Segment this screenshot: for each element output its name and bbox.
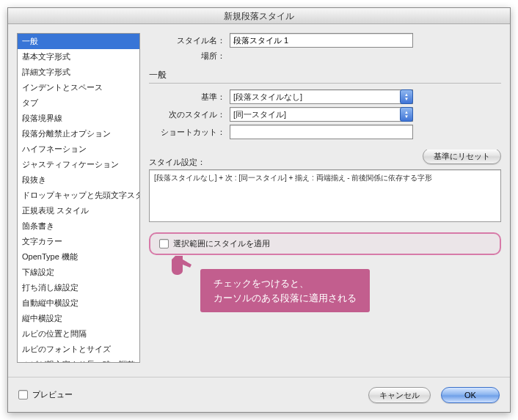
divider (149, 83, 501, 84)
sidebar-item[interactable]: 下線設定 (18, 265, 139, 280)
sidebar-item[interactable]: タブ (18, 95, 139, 111)
preview-checkbox[interactable] (18, 390, 28, 399)
sidebar-item[interactable]: インデントとスペース (18, 80, 139, 95)
sidebar-item[interactable]: 文字カラー (18, 234, 139, 249)
sidebar-item[interactable]: 詳細文字形式 (18, 65, 139, 80)
reset-to-base-button[interactable]: 基準にリセット (423, 150, 501, 164)
apply-to-selection-checkbox[interactable] (159, 239, 169, 248)
sidebar-item[interactable]: 打ち消し線設定 (18, 280, 139, 295)
category-sidebar[interactable]: 一般基本文字形式詳細文字形式インデントとスペースタブ段落境界線段落分離禁止オプシ… (17, 33, 140, 363)
sidebar-item[interactable]: ルビの位置と間隔 (18, 326, 139, 342)
sidebar-item[interactable]: 段抜き (18, 172, 139, 188)
cancel-button[interactable]: キャンセル (368, 387, 431, 403)
sidebar-item[interactable]: 正規表現 スタイル (18, 203, 139, 218)
dialog-footer: プレビュー キャンセル OK (8, 377, 510, 412)
pointer-hand-icon (169, 254, 193, 276)
based-on-label: 基準： (149, 92, 230, 103)
updown-icon: ▲▼ (400, 107, 413, 122)
section-heading: 一般 (149, 69, 501, 81)
style-name-input[interactable] (230, 33, 413, 48)
apply-to-selection-group: 選択範囲にスタイルを適用 (149, 232, 501, 255)
sidebar-item[interactable]: 箇条書き (18, 218, 139, 234)
ok-button[interactable]: OK (441, 387, 500, 403)
preview-label: プレビュー (32, 389, 73, 400)
callout-line1: チェックをつけると、 (214, 276, 357, 291)
sidebar-item[interactable]: 縦中横設定 (18, 311, 139, 326)
sidebar-item[interactable]: 一般 (18, 34, 139, 49)
shortcut-input[interactable] (230, 125, 413, 139)
callout-line2: カーソルのある段落に適用される (214, 291, 357, 306)
sidebar-item[interactable]: 段落分離禁止オプション (18, 126, 139, 141)
dialog-window: 新規段落スタイル 一般基本文字形式詳細文字形式インデントとスペースタブ段落境界線… (7, 7, 511, 413)
sidebar-item[interactable]: ルビのフォントとサイズ (18, 342, 139, 357)
next-style-label: 次のスタイル： (149, 109, 230, 120)
style-settings-box[interactable]: [段落スタイルなし] + 次 : [同一スタイル] + 揃え : 両端揃え - … (149, 169, 501, 222)
next-style-select[interactable]: [同一スタイル] (230, 107, 413, 122)
sidebar-item[interactable]: 基本文字形式 (18, 49, 139, 65)
sidebar-item[interactable]: ジャスティフィケーション (18, 157, 139, 172)
shortcut-label: ショートカット： (149, 127, 230, 138)
apply-to-selection-label: 選択範囲にスタイルを適用 (173, 238, 270, 249)
dialog-body: 一般基本文字形式詳細文字形式インデントとスペースタブ段落境界線段落分離禁止オプシ… (8, 24, 510, 377)
updown-icon: ▲▼ (400, 89, 413, 104)
annotation-callout: チェックをつけると、 カーソルのある段落に適用される (200, 269, 370, 312)
window-title: 新規段落スタイル (224, 11, 294, 21)
location-label: 場所： (149, 51, 230, 62)
based-on-select[interactable]: [段落スタイルなし] (230, 89, 413, 104)
main-panel: スタイル名： 場所： 一般 基準： [段落スタイルなし] ▲▼ 次のスタイル： … (149, 33, 501, 377)
sidebar-item[interactable]: ハイフネーション (18, 141, 139, 157)
titlebar: 新規段落スタイル (8, 8, 510, 24)
style-name-label: スタイル名： (149, 35, 230, 46)
sidebar-item[interactable]: OpenType 機能 (18, 249, 139, 265)
sidebar-item[interactable]: 段落境界線 (18, 111, 139, 126)
sidebar-item[interactable]: ドロップキャップと先頭文字スタイル (18, 188, 139, 203)
sidebar-item[interactable]: ルビが親文字より長い時の調整 (18, 357, 139, 363)
sidebar-item[interactable]: 自動縦中横設定 (18, 295, 139, 311)
